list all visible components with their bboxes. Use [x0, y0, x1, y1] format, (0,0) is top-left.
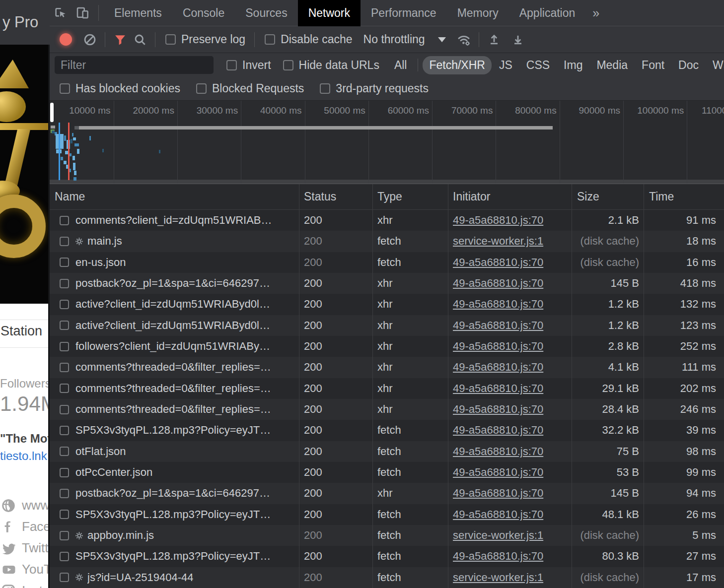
request-name-cell[interactable]: main.js [50, 231, 299, 252]
initiator-link[interactable]: 49-a5a68810.js:70 [453, 256, 543, 269]
record-icon[interactable] [60, 33, 72, 46]
social-link-youtu[interactable]: YouTu [1, 559, 50, 580]
tab-sources[interactable]: Sources [235, 0, 297, 26]
filter-chip-media[interactable]: Media [590, 56, 634, 74]
filter-funnel-icon[interactable] [110, 30, 130, 50]
row-checkbox[interactable] [60, 258, 69, 267]
column-header-time[interactable]: Time [644, 184, 724, 209]
filter-chip-js[interactable]: JS [493, 56, 519, 74]
initiator-link[interactable]: 49-a5a68810.js:70 [453, 340, 543, 353]
initiator-link[interactable]: service-worker.js:1 [453, 235, 543, 248]
initiator-link[interactable]: 49-a5a68810.js:70 [453, 466, 543, 479]
column-header-name[interactable]: Name [50, 184, 299, 209]
initiator-link[interactable]: 49-a5a68810.js:70 [453, 361, 543, 374]
row-checkbox[interactable] [60, 279, 69, 288]
row-checkbox[interactable] [60, 510, 69, 519]
disable-cache-checkbox[interactable]: Disable cache [265, 33, 352, 46]
request-name-cell[interactable]: comments?threaded=0&filter_replies=… [50, 378, 299, 399]
request-name-cell[interactable]: followers?client_id=zdUqm51WRIABy… [50, 336, 299, 357]
table-row[interactable]: SP5X3v3tyqPL.128.mp3?Policy=eyJT…200fetc… [50, 504, 724, 525]
filter-input[interactable] [55, 56, 214, 74]
table-row[interactable]: otPcCenter.json200fetch49-a5a68810.js:70… [50, 462, 724, 483]
network-conditions-icon[interactable] [454, 30, 474, 50]
tab-application[interactable]: Application [509, 0, 586, 26]
initiator-link[interactable]: 49-a5a68810.js:70 [453, 424, 543, 437]
table-row[interactable]: otFlat.json200fetch49-a5a68810.js:7075 B… [50, 441, 724, 462]
row-checkbox[interactable] [60, 237, 69, 246]
table-row[interactable]: SP5X3v3tyqPL.128.mp3?Policy=eyJT…200fetc… [50, 546, 724, 567]
search-icon[interactable] [130, 30, 150, 50]
filter-chip-css[interactable]: CSS [520, 56, 556, 74]
social-link-twitte[interactable]: Twitte [1, 537, 50, 559]
table-row[interactable]: comments?threaded=0&filter_replies=…200x… [50, 357, 724, 378]
table-row[interactable]: SP5X3v3tyqPL.128.mp3?Policy=eyJT…200fetc… [50, 420, 724, 441]
row-checkbox[interactable] [60, 216, 69, 225]
filter-chip-font[interactable]: Font [635, 56, 671, 74]
row-checkbox[interactable] [60, 552, 69, 561]
inspect-element-icon[interactable] [50, 0, 72, 26]
table-row[interactable]: comments?client_id=zdUqm51WRIAB…200xhr49… [50, 210, 724, 231]
row-checkbox[interactable] [60, 468, 69, 477]
initiator-link[interactable]: 49-a5a68810.js:70 [453, 319, 543, 332]
request-name-cell[interactable]: SP5X3v3tyqPL.128.mp3?Policy=eyJT… [50, 504, 299, 525]
throttling-select[interactable]: No throttling [363, 33, 425, 46]
table-row[interactable]: comments?threaded=0&filter_replies=…200x… [50, 399, 724, 420]
import-har-icon[interactable] [484, 30, 504, 50]
row-checkbox[interactable] [60, 342, 69, 351]
initiator-link[interactable]: service-worker.js:1 [453, 529, 543, 542]
device-toolbar-icon[interactable] [72, 0, 93, 26]
row-checkbox[interactable] [60, 489, 69, 498]
initiator-link[interactable]: 49-a5a68810.js:70 [453, 403, 543, 416]
initiator-link[interactable]: 49-a5a68810.js:70 [453, 277, 543, 290]
initiator-link[interactable]: 49-a5a68810.js:70 [453, 487, 543, 500]
column-header-initiator[interactable]: Initiator [448, 184, 572, 209]
request-name-cell[interactable]: otPcCenter.json [50, 462, 299, 483]
has-blocked-cookies-checkbox[interactable]: Has blocked cookies [60, 82, 180, 95]
column-header-type[interactable]: Type [373, 184, 448, 209]
initiator-link[interactable]: service-worker.js:1 [453, 571, 543, 584]
table-row[interactable]: en-us.json200fetch49-a5a68810.js:70(disk… [50, 252, 724, 273]
table-row[interactable]: active?client_id=zdUqm51WRIAByd0l…200xhr… [50, 315, 724, 336]
tab-performance[interactable]: Performance [361, 0, 447, 26]
request-name-cell[interactable]: otFlat.json [50, 441, 299, 462]
initiator-link[interactable]: 49-a5a68810.js:70 [453, 382, 543, 395]
tab-elements[interactable]: Elements [104, 0, 172, 26]
initiator-link[interactable]: 49-a5a68810.js:70 [453, 508, 543, 521]
clear-icon[interactable] [80, 30, 100, 50]
request-name-cell[interactable]: SP5X3v3tyqPL.128.mp3?Policy=eyJT… [50, 420, 299, 441]
export-har-icon[interactable] [508, 30, 528, 50]
table-row[interactable]: comments?threaded=0&filter_replies=…200x… [50, 378, 724, 399]
more-tabs-icon[interactable]: » [585, 6, 606, 20]
tab-memory[interactable]: Memory [447, 0, 509, 26]
request-name-cell[interactable]: active?client_id=zdUqm51WRIAByd0l… [50, 294, 299, 315]
hide-data-urls-checkbox[interactable]: Hide data URLs [283, 59, 379, 72]
request-name-cell[interactable]: comments?threaded=0&filter_replies=… [50, 357, 299, 378]
3rd-party-requests-checkbox[interactable]: 3rd-party requests [320, 82, 429, 95]
request-name-cell[interactable]: postback?oz_pl=1&spa=1&ci=646297… [50, 273, 299, 294]
request-name-cell[interactable]: SP5X3v3tyqPL.128.mp3?Policy=eyJT… [50, 546, 299, 567]
row-checkbox[interactable] [60, 300, 69, 309]
tab-console[interactable]: Console [172, 0, 235, 26]
request-name-cell[interactable]: active?client_id=zdUqm51WRIAByd0l… [50, 315, 299, 336]
row-checkbox[interactable] [60, 426, 69, 435]
table-row[interactable]: active?client_id=zdUqm51WRIAByd0l…200xhr… [50, 294, 724, 315]
row-checkbox[interactable] [60, 363, 69, 372]
table-row[interactable]: followers?client_id=zdUqm51WRIABy…200xhr… [50, 336, 724, 357]
preserve-log-checkbox[interactable]: Preserve log [165, 33, 245, 46]
filter-chip-doc[interactable]: Doc [672, 56, 705, 74]
filter-chip-img[interactable]: Img [557, 56, 589, 74]
table-row[interactable]: postback?oz_pl=1&spa=1&ci=646297…200xhr4… [50, 273, 724, 294]
site-link[interactable]: tiesto.lnk [0, 449, 47, 463]
row-checkbox[interactable] [60, 531, 69, 540]
request-name-cell[interactable]: comments?threaded=0&filter_replies=… [50, 399, 299, 420]
initiator-link[interactable]: 49-a5a68810.js:70 [453, 445, 543, 458]
social-link-instag[interactable]: Instag [1, 580, 50, 588]
social-link-www[interactable]: www. [1, 495, 50, 516]
request-name-cell[interactable]: js?id=UA-2519404-44 [50, 567, 299, 588]
row-checkbox[interactable] [60, 573, 69, 582]
blocked-requests-checkbox[interactable]: Blocked Requests [196, 82, 304, 95]
request-name-cell[interactable]: comments?client_id=zdUqm51WRIAB… [50, 210, 299, 231]
dropdown-caret-icon[interactable] [438, 37, 446, 42]
row-checkbox[interactable] [60, 447, 69, 456]
initiator-link[interactable]: 49-a5a68810.js:70 [453, 214, 543, 227]
